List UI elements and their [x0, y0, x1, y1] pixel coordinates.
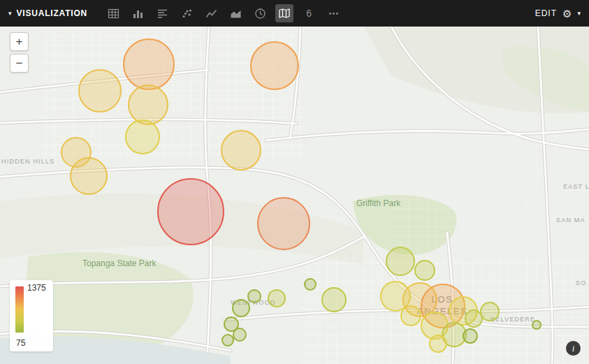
- map-bubble[interactable]: [251, 42, 298, 89]
- map-bubble[interactable]: [248, 290, 261, 303]
- time-series-icon[interactable]: [251, 4, 269, 22]
- toolbar-title-group[interactable]: ▾ VISUALIZATION: [8, 8, 87, 18]
- metric-label: 6: [306, 8, 312, 18]
- map-bubble[interactable]: [79, 70, 121, 112]
- map-bubble[interactable]: [430, 335, 446, 352]
- map-bubble[interactable]: [124, 39, 174, 89]
- legend-max-value: 1375: [27, 283, 46, 293]
- map-bubble[interactable]: [158, 179, 224, 245]
- tile-map-icon[interactable]: [275, 4, 293, 22]
- toolbar: ▾ VISUALIZATION: [0, 0, 589, 27]
- edit-caret-icon[interactable]: ▾: [577, 10, 581, 17]
- zoom-control: + −: [10, 32, 29, 73]
- edit-button[interactable]: EDIT: [535, 8, 557, 18]
- bar-chart-icon[interactable]: [129, 4, 147, 22]
- map-bubble[interactable]: [463, 329, 477, 343]
- map-bubble[interactable]: [386, 247, 414, 275]
- map-bubble[interactable]: [222, 335, 233, 346]
- color-legend: 1375 75: [10, 280, 53, 351]
- map-bubble[interactable]: [322, 288, 346, 312]
- zoom-in-button[interactable]: +: [10, 32, 29, 51]
- gear-icon[interactable]: ⚙: [562, 8, 572, 19]
- data-table-icon[interactable]: [104, 4, 122, 22]
- edit-controls: EDIT ⚙ ▾: [535, 8, 581, 19]
- more-options-icon[interactable]: [324, 4, 342, 22]
- collapse-caret-icon[interactable]: ▾: [8, 10, 12, 17]
- map-bubble[interactable]: [233, 300, 249, 316]
- bubble-layer: [0, 27, 589, 364]
- map-bubble[interactable]: [481, 303, 499, 321]
- zoom-out-button[interactable]: −: [10, 54, 29, 73]
- map-bubble[interactable]: [233, 328, 246, 341]
- vis-type-switcher: 6: [104, 4, 535, 22]
- map-bubble[interactable]: [71, 158, 107, 194]
- markdown-icon[interactable]: [153, 4, 171, 22]
- map-bubble[interactable]: [126, 120, 159, 154]
- map-bubble[interactable]: [532, 321, 541, 329]
- scatter-plot-icon[interactable]: [177, 4, 196, 22]
- metric-icon[interactable]: 6: [300, 4, 318, 22]
- map-bubble[interactable]: [305, 279, 316, 290]
- legend-gradient-bar: [15, 286, 24, 333]
- map-bubble[interactable]: [465, 310, 482, 327]
- visualization-app: ▾ VISUALIZATION: [0, 0, 589, 364]
- map-bubble[interactable]: [258, 198, 310, 249]
- map-bubble[interactable]: [415, 261, 435, 280]
- map-bubble[interactable]: [221, 131, 261, 170]
- map-bubble[interactable]: [129, 85, 168, 124]
- map-canvas[interactable]: HIDDEN HILLSEAST LSAN MASOGriffith ParkT…: [0, 27, 589, 364]
- area-chart-icon[interactable]: [226, 4, 245, 22]
- info-icon[interactable]: i: [566, 341, 581, 356]
- legend-min-value: 75: [16, 338, 25, 348]
- line-chart-icon[interactable]: [202, 4, 220, 22]
- map-bubble[interactable]: [268, 290, 285, 307]
- visualization-title: VISUALIZATION: [17, 8, 88, 18]
